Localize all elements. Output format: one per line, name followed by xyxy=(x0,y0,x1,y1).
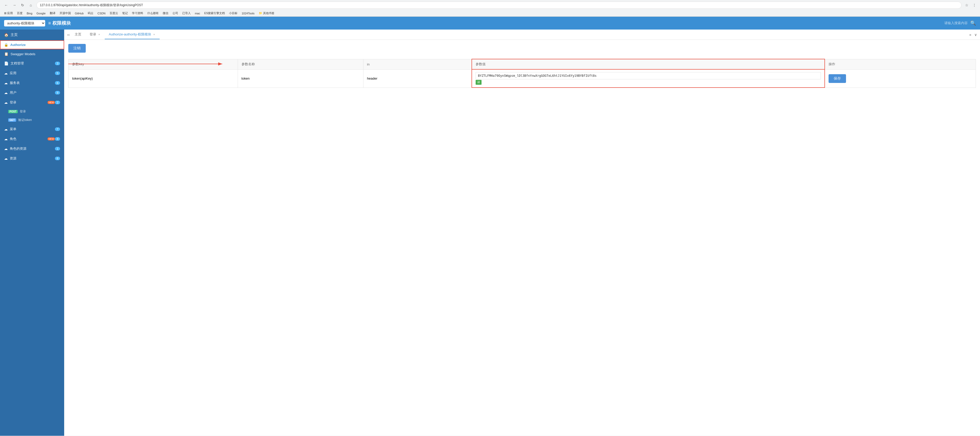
bookmark-translate[interactable]: 翻译 xyxy=(48,11,57,16)
col-header-name: 参数名称 xyxy=(238,59,363,69)
save-button[interactable]: 保存 xyxy=(829,74,846,83)
user-badge: 9 xyxy=(55,91,60,94)
user-label: 用户 xyxy=(10,91,55,95)
table-row: token(apiKey) token header 译 保存 xyxy=(68,69,976,88)
param-action-cell: 保存 xyxy=(825,69,976,88)
col-header-action: 操作 xyxy=(825,59,976,69)
refresh-button[interactable]: ↻ xyxy=(19,2,26,9)
bookmark-apps[interactable]: ⊞ 应用 xyxy=(3,11,14,16)
address-bar[interactable] xyxy=(37,2,961,9)
menu-badge: 7 xyxy=(55,127,60,131)
login-label: 登录 xyxy=(10,100,48,105)
sidebar-item-role-resource[interactable]: ☁ 角色的资源 1 xyxy=(0,144,64,154)
bookmark-google[interactable]: Google xyxy=(35,11,47,15)
login-new-badge: NEW xyxy=(48,101,55,104)
tab-authorize-close[interactable]: × xyxy=(153,33,155,36)
browser-chrome: ← → ↻ ⌂ ☆ ⋮ ⊞ 应用 百度 Bing Google 翻译 开源中国 xyxy=(0,0,980,17)
cancel-button[interactable]: 注销 xyxy=(68,44,86,53)
col-header-in: in xyxy=(363,59,472,69)
sidebar-home[interactable]: 🏠 主页 xyxy=(0,30,64,40)
lock-icon: 🔒 xyxy=(4,43,8,47)
sidebar-item-service[interactable]: ☁ 服务表 6 xyxy=(0,78,64,88)
header-title: ≡ 权限模块 xyxy=(48,20,71,26)
bookmark-goal[interactable]: 小目标 xyxy=(228,11,239,16)
bookmark-mac[interactable]: mac xyxy=(193,11,202,15)
tab-home-label: 主页 xyxy=(75,32,81,37)
role-resource-icon: ☁ xyxy=(4,146,8,151)
bookmark-csdn[interactable]: CSDN xyxy=(96,11,107,15)
doc-mgmt-badge: 3 xyxy=(55,62,60,65)
bookmark-bing[interactable]: Bing xyxy=(25,11,34,15)
col-header-value: 参数值 xyxy=(472,59,825,69)
tab-expand-btn[interactable]: » xyxy=(968,32,972,38)
post-method-badge: POST xyxy=(8,110,18,113)
service-icon: ☁ xyxy=(4,81,8,85)
role-resource-label: 角色的资源 xyxy=(10,146,55,151)
bookmark-opensource[interactable]: 开源中国 xyxy=(58,11,72,16)
nav-buttons: ← → ↻ ⌂ xyxy=(3,2,34,9)
authorize-label: Authorize xyxy=(10,43,25,47)
sidebar-item-role[interactable]: ☁ 角色 NEW 8 xyxy=(0,134,64,144)
tab-login-close[interactable]: × xyxy=(98,33,100,36)
tab-home[interactable]: 主页 xyxy=(71,30,86,39)
sidebar-item-resource[interactable]: ☁ 资源 6 xyxy=(0,154,64,163)
translate-button[interactable]: 译 xyxy=(476,80,482,85)
sidebar-sub-item-get-verify[interactable]: GET 验证token xyxy=(0,116,64,124)
login-icon: ☁ xyxy=(4,100,8,105)
tab-authorize-label: Authorize-authority-权限模块 xyxy=(109,32,151,37)
bookmark-github[interactable]: GitHub xyxy=(73,11,85,15)
home-button[interactable]: ⌂ xyxy=(27,2,34,9)
module-select[interactable]: authority-权限模块 xyxy=(4,20,45,27)
role-badge: 8 xyxy=(55,137,60,141)
param-in-cell: header xyxy=(363,69,472,88)
user-icon: ☁ xyxy=(4,91,8,95)
bookmark-gitee[interactable]: 码云 xyxy=(86,11,95,16)
sidebar-item-user[interactable]: ☁ 用户 9 xyxy=(0,88,64,97)
sidebar-item-authorize[interactable]: 🔒 Authorize xyxy=(0,40,64,49)
back-button[interactable]: ← xyxy=(3,2,10,9)
sidebar: 🏠 主页 🔒 Authorize 📋 Swagger Models 📄 文档管理… xyxy=(0,30,64,436)
forward-button[interactable]: → xyxy=(11,2,18,9)
tab-authorize[interactable]: Authorize-authority-权限模块 × xyxy=(105,30,160,39)
sidebar-home-label: 主页 xyxy=(11,33,18,37)
bookmark-anything[interactable]: 什么都有 xyxy=(146,11,160,16)
sidebar-sub-item-post-login[interactable]: POST 登录 xyxy=(0,107,64,116)
col-header-key: 参数key xyxy=(68,59,238,69)
tab-login[interactable]: 登录 × xyxy=(86,30,105,39)
bookmark-notes[interactable]: 笔记 xyxy=(121,11,129,16)
app-container: authority-权限模块 ≡ 权限模块 请输入搜索内容 🔍 🏠 主页 🔒 A… xyxy=(0,17,980,436)
tab-collapse-btn[interactable]: ∨ xyxy=(973,32,978,38)
content-area: ‹‹ 主页 登录 × Authorize-authority-权限模块 × » … xyxy=(64,30,980,436)
bookmark-baidu[interactable]: 百度 xyxy=(15,11,24,16)
bookmark-1024tools[interactable]: 1024Tools xyxy=(240,11,256,15)
params-section: 参数key 参数名称 in 参数值 操作 token(apiKey) token xyxy=(68,59,976,88)
bookmark-company[interactable]: 公司 xyxy=(171,11,180,16)
header-left: authority-权限模块 ≡ 权限模块 xyxy=(4,20,71,27)
param-value-input[interactable] xyxy=(476,72,821,80)
bookmark-imported[interactable]: 已导入 xyxy=(181,11,192,16)
sidebar-item-app[interactable]: ☁ 应用 5 xyxy=(0,68,64,78)
star-icon[interactable]: ☆ xyxy=(964,2,970,8)
header-right: 请输入搜索内容 🔍 xyxy=(944,20,976,26)
get-method-badge: GET xyxy=(8,118,16,122)
sidebar-item-doc-mgmt[interactable]: 📄 文档管理 3 xyxy=(0,59,64,68)
app-icon: ☁ xyxy=(4,71,8,75)
bookmark-wechat[interactable]: 微信 xyxy=(161,11,170,16)
menu-icon[interactable]: ⋮ xyxy=(971,2,977,8)
bookmark-baiduyun[interactable]: 百度云 xyxy=(108,11,119,16)
bookmark-es[interactable]: ES搜索引擎文档 xyxy=(203,11,227,16)
tab-bar: ‹‹ 主页 登录 × Authorize-authority-权限模块 × » … xyxy=(64,30,980,40)
doc-mgmt-label: 文档管理 xyxy=(11,61,55,66)
bookmark-other[interactable]: 📁 其他书签 xyxy=(257,11,276,16)
page-content: 注销 xyxy=(64,40,980,436)
login-badge: 2 xyxy=(55,101,60,104)
bookmark-study[interactable]: 学习资料 xyxy=(130,11,145,16)
sidebar-item-swagger-models[interactable]: 📋 Swagger Models xyxy=(0,49,64,59)
search-button[interactable]: 🔍 xyxy=(970,20,976,26)
role-label: 角色 xyxy=(10,137,48,141)
app-header: authority-权限模块 ≡ 权限模块 请输入搜索内容 🔍 xyxy=(0,17,980,30)
tab-nav-left[interactable]: ‹‹ xyxy=(66,32,71,38)
app-label: 应用 xyxy=(10,71,55,75)
sidebar-item-login[interactable]: ☁ 登录 NEW 2 xyxy=(0,97,64,107)
sidebar-item-menu[interactable]: ☁ 菜单 7 xyxy=(0,124,64,134)
